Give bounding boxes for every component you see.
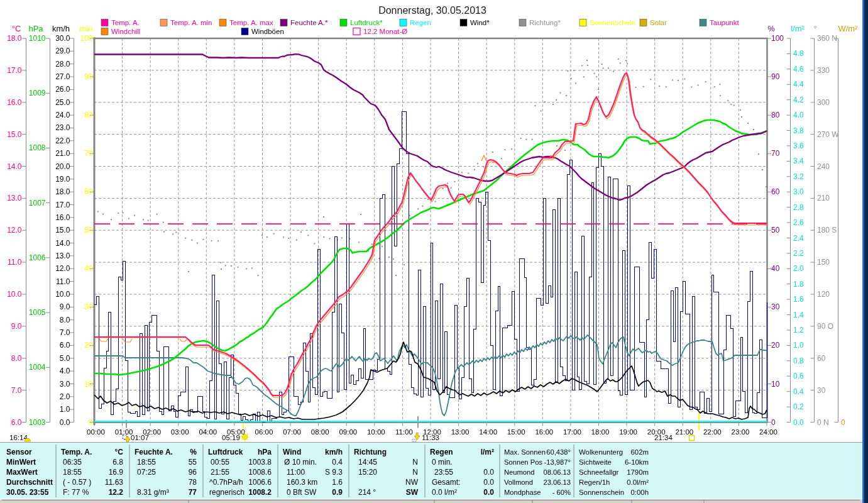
svg-text:0.8: 0.8 [793, 357, 804, 365]
svg-text:270 W: 270 W [817, 130, 839, 139]
svg-text:90: 90 [771, 72, 780, 81]
svg-text:MaxWert: MaxWert [6, 468, 38, 477]
svg-text:18.0: 18.0 [7, 34, 22, 43]
svg-text:16:00: 16:00 [535, 428, 553, 436]
svg-text:20.0: 20.0 [55, 162, 70, 171]
svg-text:Richtung: Richtung [354, 448, 387, 456]
svg-text:60,438°: 60,438° [546, 448, 571, 456]
svg-text:22.0: 22.0 [55, 136, 70, 145]
svg-text:SW: SW [406, 488, 419, 497]
svg-text:1.0: 1.0 [60, 405, 70, 414]
svg-text:30.05. 23:55: 30.05. 23:55 [6, 488, 49, 497]
svg-text:27.0: 27.0 [55, 72, 70, 81]
svg-text:11.63: 11.63 [105, 478, 123, 487]
svg-text:1008: 1008 [29, 143, 46, 152]
svg-text:13.0: 13.0 [55, 252, 70, 260]
svg-text:0.4: 0.4 [793, 387, 804, 396]
svg-text:8.31 g/m³: 8.31 g/m³ [137, 488, 169, 497]
svg-text:09:00: 09:00 [339, 428, 357, 436]
svg-text:17.0: 17.0 [55, 201, 70, 209]
svg-text:15.0: 15.0 [7, 130, 22, 139]
svg-text:120: 120 [817, 290, 830, 299]
svg-text:55: 55 [189, 458, 197, 467]
svg-text:°C: °C [12, 24, 21, 33]
svg-text:Temp. A. min: Temp. A. min [170, 19, 212, 26]
svg-text:W/m²: W/m² [838, 24, 858, 33]
svg-text:Feuchte A.*: Feuchte A.* [290, 19, 328, 26]
svg-text:hPa: hPa [28, 24, 43, 33]
svg-text:Sonnen Pos: Sonnen Pos [504, 458, 542, 466]
svg-text:Wind*: Wind* [470, 19, 490, 26]
svg-text:1008.2: 1008.2 [248, 488, 272, 497]
svg-text:00:55: 00:55 [211, 458, 229, 467]
svg-text:23:55: 23:55 [434, 468, 453, 477]
svg-text:23.06.13: 23.06.13 [543, 478, 571, 486]
svg-text:21:55: 21:55 [211, 468, 229, 477]
svg-text:°C: °C [115, 448, 124, 456]
svg-text:21:34: 21:34 [654, 434, 673, 441]
svg-text:0.0: 0.0 [483, 468, 494, 477]
svg-text:12.0: 12.0 [55, 264, 70, 273]
svg-text:96: 96 [189, 468, 197, 477]
svg-text:Schneefallgr: Schneefallgr [579, 468, 619, 476]
svg-text:21:00: 21:00 [675, 428, 693, 436]
svg-text:70: 70 [84, 149, 93, 158]
svg-text:Taupunkt: Taupunkt [710, 19, 739, 26]
svg-text:1006.6: 1006.6 [248, 478, 272, 487]
svg-text:11.0: 11.0 [56, 277, 70, 286]
svg-text:30: 30 [771, 302, 780, 311]
svg-text:3.0: 3.0 [793, 187, 804, 196]
svg-text:300: 300 [817, 98, 830, 107]
svg-text:16.0: 16.0 [55, 213, 70, 222]
svg-text:28.0: 28.0 [55, 60, 70, 69]
svg-text:4.0: 4.0 [60, 367, 70, 375]
svg-text:0: 0 [771, 418, 776, 427]
svg-text:05:19: 05:19 [222, 434, 240, 441]
svg-text:1.6: 1.6 [793, 295, 804, 304]
svg-text:14:00: 14:00 [479, 428, 497, 436]
svg-text:0.0l/m²: 0.0l/m² [627, 478, 649, 486]
svg-text:hPa: hPa [258, 448, 272, 456]
svg-text:0.4: 0.4 [332, 458, 343, 467]
svg-text:10:00: 10:00 [367, 428, 385, 436]
svg-text:km/h: km/h [325, 448, 343, 456]
svg-text:0 min.: 0 min. [432, 458, 453, 467]
svg-text:- 60%: - 60% [552, 489, 571, 496]
svg-text:60: 60 [84, 187, 93, 196]
svg-text:0 Bft SW: 0 Bft SW [287, 488, 317, 497]
svg-text:0:00h: 0:00h [630, 489, 649, 496]
svg-text:12.0: 12.0 [7, 226, 22, 235]
svg-text:14.0: 14.0 [55, 239, 70, 248]
svg-text:Wind: Wind [283, 448, 301, 456]
svg-text:12.2 Monat-Ø: 12.2 Monat-Ø [363, 28, 407, 35]
svg-text:70: 70 [771, 149, 780, 158]
svg-text:160.3 km: 160.3 km [287, 478, 317, 487]
svg-text:6.8: 6.8 [113, 458, 123, 467]
svg-text:3.6: 3.6 [793, 141, 804, 150]
svg-text:13.0: 13.0 [7, 194, 22, 202]
svg-text:21.0: 21.0 [55, 149, 70, 158]
svg-text:Solar: Solar [650, 19, 667, 26]
svg-text:F: 77 %: F: 77 % [63, 488, 89, 497]
svg-text:Donnerstag, 30.05.2013: Donnerstag, 30.05.2013 [378, 5, 486, 16]
svg-text:7.0: 7.0 [11, 386, 22, 395]
svg-text:6.0: 6.0 [11, 418, 22, 427]
svg-text:MinWert: MinWert [6, 458, 36, 467]
svg-text:10: 10 [771, 380, 780, 389]
svg-text:4.4: 4.4 [793, 80, 804, 89]
svg-text:Regen: Regen [410, 19, 431, 26]
svg-text:°: ° [813, 24, 816, 33]
svg-text:15:20: 15:20 [358, 468, 377, 477]
svg-text:180 S: 180 S [817, 226, 837, 235]
svg-text:S 9.3: S 9.3 [325, 468, 343, 477]
svg-text:11.0: 11.0 [8, 258, 22, 267]
svg-text:N: N [412, 458, 418, 467]
svg-text:13:00: 13:00 [451, 428, 470, 436]
svg-text:80: 80 [771, 111, 780, 119]
svg-text:30.0: 30.0 [55, 34, 70, 43]
svg-text:18:55: 18:55 [137, 458, 156, 467]
svg-text:15.0: 15.0 [55, 226, 70, 235]
svg-text:Mondphase: Mondphase [504, 489, 541, 496]
svg-text:60: 60 [771, 187, 780, 196]
svg-text:1005: 1005 [29, 308, 46, 317]
